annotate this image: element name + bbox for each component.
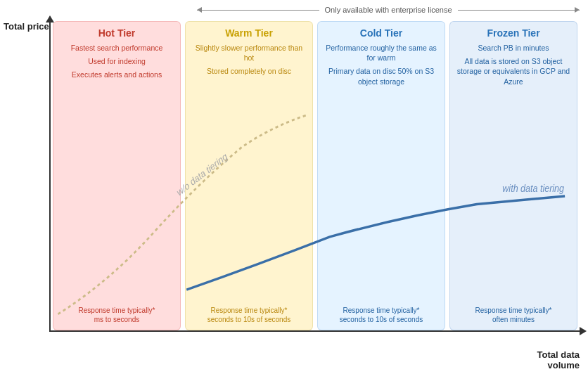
x-axis-label: Total datavolume — [537, 349, 580, 370]
without-tiering-label: w/o data tiering — [174, 150, 229, 198]
without-tiering-curve — [58, 115, 307, 314]
enterprise-banner: Only available with enterprise license — [197, 6, 580, 14]
with-tiering-curve — [186, 196, 565, 290]
enterprise-label: Only available with enterprise license — [319, 6, 458, 14]
x-axis — [49, 330, 581, 332]
enterprise-arrow-left — [197, 10, 319, 11]
curves-chart: w/o data tiering with data tiering — [51, 21, 580, 330]
y-axis-label: Total price — [4, 21, 49, 32]
enterprise-arrow-right — [458, 10, 580, 11]
with-tiering-label: with data tiering — [502, 183, 564, 195]
